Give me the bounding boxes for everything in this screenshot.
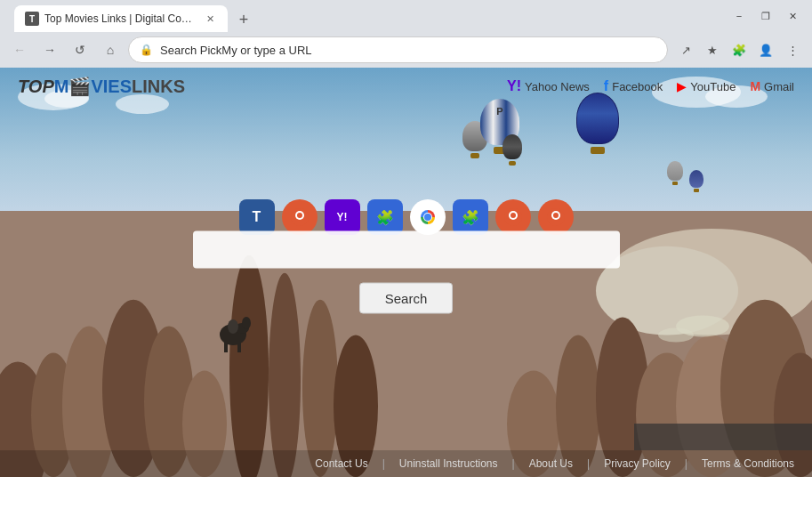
facebook-icon: f [604,78,608,94]
puzzle-icon-1[interactable]: 🧩 [367,199,403,235]
forward-button[interactable]: → [37,37,62,62]
tab-favicon: T [25,12,39,26]
youtube-label: YouTube [690,80,736,93]
profile-button[interactable]: 👤 [753,37,778,62]
duckduckgo-icon-1[interactable] [282,199,318,235]
footer-sep-4: | [685,457,687,470]
balloon-basket [470,153,479,158]
balloon-basket [509,161,516,166]
duck-svg-2 [502,206,524,228]
footer-sep-1: | [382,457,385,470]
new-tab-button[interactable]: + [231,7,256,32]
yahoo-news-link[interactable]: Y! Yahoo News [507,78,590,94]
balloon-basket [694,189,699,192]
share-button[interactable]: ↗ [673,37,698,62]
svg-point-38 [242,317,251,329]
logo-movies: M🎬VIES [54,77,132,96]
youtube-link[interactable]: ▶ YouTube [677,79,736,93]
about-link[interactable]: About Us [529,457,573,470]
duckduckgo-icon-2[interactable] [495,199,531,235]
extension-button[interactable]: 🧩 [727,37,752,62]
bookmark-button[interactable]: ★ [700,37,725,62]
contact-link[interactable]: Contact Us [315,457,367,470]
balloon-basket [672,182,678,185]
site-logo[interactable]: TOPM🎬VIESLINKS [18,75,185,98]
balloon-far-right [667,161,683,185]
logo-links: LINKS [132,77,185,96]
svg-point-39 [228,319,238,334]
logo-top: TOP [18,77,54,96]
minimize-button[interactable]: − [727,4,752,28]
tab-close-button[interactable]: ✕ [203,12,217,26]
tab-title: Top Movies Links | Digital Conte... [44,12,197,25]
yahoo-news-label: Yahoo News [525,80,590,93]
home-button[interactable]: ⌂ [98,37,123,62]
refresh-button[interactable]: ↺ [68,37,92,62]
svg-rect-35 [224,341,228,352]
puzzle-icon-2[interactable]: 🧩 [453,199,488,235]
website-content: P TOPM🎬VIESLINKS Y! Yahoo News f Faceboo… [0,68,812,477]
back-button[interactable]: ← [7,37,32,62]
search-button[interactable]: Search [359,283,454,314]
browser-tab[interactable]: T Top Movies Links | Digital Conte... ✕ [14,5,228,32]
security-icon: 🔒 [140,44,153,56]
search-bar-wrapper [193,231,620,269]
close-button[interactable]: ✕ [780,4,805,28]
balloon-body [502,134,522,159]
balloon-body [667,161,683,181]
balloon-dark [502,134,522,166]
footer-sep-2: | [512,457,515,470]
uninstall-link[interactable]: Uninstall Instructions [399,457,498,470]
yahoo-icon: Y! [507,78,521,94]
gmail-label: Gmail [764,80,794,93]
restore-button[interactable]: ❐ [753,4,778,28]
facebook-link[interactable]: f Facebook [604,78,663,94]
privacy-link[interactable]: Privacy Policy [604,457,671,470]
svg-point-21 [658,328,694,343]
yahoo-nav-icon[interactable]: Y! [325,199,360,235]
facebook-label: Facebook [612,80,663,93]
svg-rect-36 [237,341,241,352]
omnibox[interactable]: 🔒 Search PickMy or type a URL [128,36,668,63]
svg-point-33 [553,213,559,218]
svg-point-24 [297,213,302,218]
website-footer: Contact Us | Uninstall Instructions | Ab… [0,450,812,477]
nav-icons-row: T Y! 🧩 🧩 [0,199,812,235]
search-input[interactable] [193,231,620,269]
menu-button[interactable]: ⋮ [780,37,805,62]
dark-promo-box [634,424,812,450]
omnibar-actions: ↗ ★ 🧩 👤 ⋮ [673,37,805,62]
youtube-icon: ▶ [677,79,687,93]
header-links: Y! Yahoo News f Facebook ▶ YouTube M Gma… [507,78,794,94]
gmail-link[interactable]: M Gmail [750,79,794,93]
search-button-label: Search [385,291,428,306]
t-nav-icon[interactable]: T [239,199,275,235]
svg-point-30 [511,213,516,218]
chrome-icon[interactable] [410,199,446,235]
duck-svg [289,206,310,228]
gmail-icon: M [750,79,760,93]
site-header: TOPM🎬VIESLINKS Y! Yahoo News f Facebook … [0,68,812,105]
footer-sep-3: | [587,457,590,470]
balloon-body [689,170,703,188]
svg-point-27 [424,214,431,221]
search-area: Search [193,231,620,314]
omnibox-text: Search PickMy or type a URL [160,44,656,57]
omnibar: ← → ↺ ⌂ 🔒 Search PickMy or type a URL ↗ … [0,32,812,68]
balloon-far-right-2 [689,170,703,192]
duck-svg-3 [545,206,567,228]
chrome-svg [414,203,442,231]
balloon-basket [591,147,605,154]
duckduckgo-icon-3[interactable] [538,199,574,235]
terms-link[interactable]: Terms & Conditions [702,457,794,470]
